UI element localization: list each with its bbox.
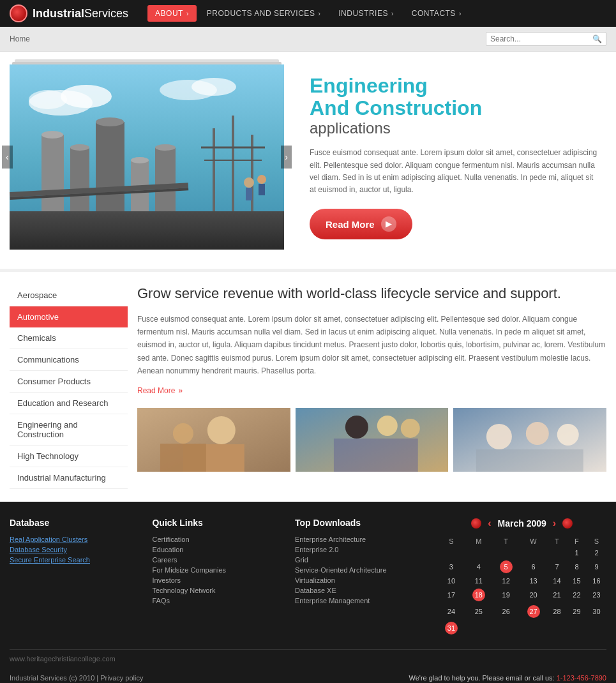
- sidebar-item-consumer-products[interactable]: Consumer Products: [10, 371, 128, 393]
- cal-day-m: M: [465, 536, 492, 547]
- calendar-day[interactable]: 1: [567, 547, 587, 559]
- calendar-header: ‹ March 2009 ›: [437, 518, 606, 529]
- hero-image-wrapper: ‹ ›: [10, 64, 284, 250]
- calendar-day[interactable]: 7: [547, 559, 567, 575]
- calendar-day: [492, 620, 520, 636]
- footer-dl-5[interactable]: Database XE: [295, 587, 424, 594]
- sidebar-item-chemicals[interactable]: Chemicals: [10, 327, 128, 349]
- footer-dl-2[interactable]: Grid: [295, 556, 424, 564]
- calendar-prev-btn[interactable]: ‹: [488, 518, 491, 529]
- footer-database-title: Database: [10, 518, 139, 528]
- footer-help-text: We're glad to help you. Please email or …: [409, 674, 607, 682]
- logo-globe-icon: [10, 4, 27, 22]
- footer-dl-4[interactable]: Virtualization: [295, 576, 424, 584]
- svg-rect-11: [96, 122, 124, 211]
- calendar-day: [567, 620, 587, 636]
- calendar-day[interactable]: 20: [520, 587, 547, 603]
- calendar-day[interactable]: 18: [465, 587, 492, 603]
- footer-ql-1[interactable]: Education: [152, 546, 282, 553]
- main-images: [137, 408, 606, 472]
- calendar-prev-icon[interactable]: [471, 518, 481, 529]
- svg-point-36: [400, 419, 419, 438]
- calendar-day[interactable]: 12: [492, 575, 520, 587]
- calendar-day[interactable]: 13: [520, 575, 547, 587]
- footer-link-search[interactable]: Secure Enterprise Search: [10, 556, 139, 564]
- calendar-next-icon[interactable]: [562, 518, 573, 529]
- calendar-day[interactable]: 5: [492, 559, 520, 575]
- breadcrumb-home[interactable]: Home: [10, 34, 30, 43]
- nav-contacts[interactable]: CONTACTS ›: [404, 5, 469, 22]
- footer-dl-0[interactable]: Enterprise Architecture: [295, 536, 424, 543]
- footer-dl-3[interactable]: Service-Oriented Architecture: [295, 566, 424, 574]
- calendar-day[interactable]: 16: [587, 575, 606, 587]
- calendar-day[interactable]: 22: [567, 587, 587, 603]
- breadcrumb: Home 🔍: [0, 27, 616, 52]
- sidebar-item-automotive[interactable]: Automotive: [10, 306, 128, 327]
- calendar-day[interactable]: 31: [437, 620, 465, 636]
- footer-ql-0[interactable]: Certification: [152, 536, 282, 543]
- svg-point-10: [70, 144, 89, 151]
- footer-dl-6[interactable]: Enterprise Management: [295, 597, 424, 604]
- footer-ql-6[interactable]: FAQs: [152, 597, 282, 604]
- hero-description: Fusce euismod consequat ante. Lorem ipsu…: [310, 147, 600, 196]
- logo[interactable]: IndustrialServices: [10, 4, 128, 22]
- main-description: Fusce euismod consequat ante. Lorem ipsu…: [137, 313, 606, 378]
- calendar-day[interactable]: 23: [587, 587, 606, 603]
- footer-ql-3[interactable]: For Midsize Companies: [152, 566, 282, 574]
- calendar-day[interactable]: 3: [437, 559, 465, 575]
- sidebar-item-engineering[interactable]: Engineering and Construction: [10, 414, 128, 446]
- svg-point-39: [486, 424, 512, 449]
- svg-rect-6: [10, 211, 284, 250]
- svg-rect-9: [70, 147, 89, 211]
- footer-top: Database Real Application Clusters Datab…: [10, 518, 606, 650]
- calendar-day: [437, 547, 465, 559]
- sidebar-item-industrial[interactable]: Industrial Manufacturing: [10, 467, 128, 489]
- calendar-day[interactable]: 21: [547, 587, 567, 603]
- calendar-day[interactable]: 26: [492, 603, 520, 620]
- calendar-day[interactable]: 2: [587, 547, 606, 559]
- calendar-day[interactable]: 27: [520, 603, 547, 620]
- calendar-day[interactable]: 9: [587, 559, 606, 575]
- calendar-day[interactable]: 4: [465, 559, 492, 575]
- sidebar-item-education[interactable]: Education and Research: [10, 393, 128, 414]
- main-read-more-link[interactable]: Read More »: [137, 386, 183, 395]
- calendar-day[interactable]: 25: [465, 603, 492, 620]
- sidebar-item-aerospace[interactable]: Aerospace: [10, 285, 128, 306]
- nav-industries[interactable]: INDUSTRIES ›: [331, 5, 402, 22]
- hero-title-line1: Engineering: [310, 75, 600, 97]
- footer-ql-2[interactable]: Careers: [152, 556, 282, 564]
- calendar-day[interactable]: 10: [437, 575, 465, 587]
- calendar-day: [547, 620, 567, 636]
- nav-about[interactable]: ABOUT ›: [147, 5, 197, 22]
- footer-link-security[interactable]: Database Security: [10, 546, 139, 553]
- search-icon[interactable]: 🔍: [592, 34, 602, 43]
- calendar-table: S M T W T F S 12345678910111213141516171…: [437, 536, 606, 636]
- nav-products[interactable]: PRODUCTS AND SERVICES ›: [199, 5, 329, 22]
- sidebar-item-high-tech[interactable]: High Technology: [10, 446, 128, 467]
- footer-ql-5[interactable]: Technology Network: [152, 587, 282, 594]
- calendar-day[interactable]: 29: [567, 603, 587, 620]
- calendar-day[interactable]: 11: [465, 575, 492, 587]
- hero-section: ‹ › Engineering And Construction applica…: [0, 52, 616, 269]
- hero-title-sub: applications: [310, 119, 600, 137]
- calendar-day[interactable]: 28: [547, 603, 567, 620]
- footer-top-downloads: Top Downloads Enterprise Architecture En…: [295, 518, 424, 636]
- calendar-day[interactable]: 15: [567, 575, 587, 587]
- hero-next-button[interactable]: ›: [281, 146, 292, 169]
- calendar-day[interactable]: 24: [437, 603, 465, 620]
- search-input[interactable]: [490, 34, 592, 43]
- calendar-day[interactable]: 19: [492, 587, 520, 603]
- footer-dl-1[interactable]: Enterprise 2.0: [295, 546, 424, 553]
- calendar-day[interactable]: 17: [437, 587, 465, 603]
- footer-ql-4[interactable]: Investors: [152, 576, 282, 584]
- hero-prev-button[interactable]: ‹: [2, 146, 13, 169]
- read-more-button[interactable]: Read More ▶: [310, 209, 412, 239]
- svg-point-40: [526, 422, 549, 445]
- calendar-day[interactable]: 30: [587, 603, 606, 620]
- calendar-next-btn[interactable]: ›: [553, 518, 556, 529]
- calendar-day[interactable]: 8: [567, 559, 587, 575]
- footer-link-rac[interactable]: Real Application Clusters: [10, 536, 139, 543]
- calendar-day[interactable]: 6: [520, 559, 547, 575]
- sidebar-item-communications[interactable]: Communications: [10, 349, 128, 371]
- calendar-day[interactable]: 14: [547, 575, 567, 587]
